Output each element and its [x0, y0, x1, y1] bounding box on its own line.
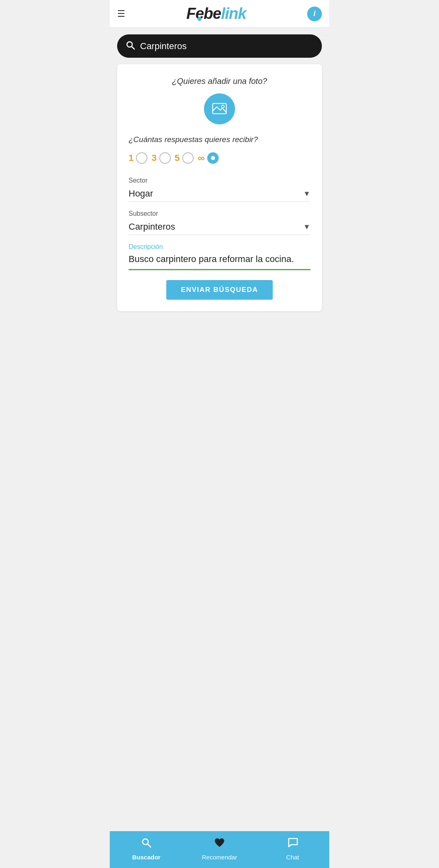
radio-item-inf: ∞ [198, 152, 219, 164]
header: ☰ F e be link i [110, 0, 329, 28]
sector-label: Sector [129, 177, 310, 184]
main-card: ¿Quieres añadir una foto? ¿Cuántas respu… [117, 64, 322, 311]
radio-label-inf: ∞ [198, 152, 205, 164]
radio-button-1[interactable] [136, 152, 147, 164]
subsector-select[interactable]: Carpinteros ▼ [129, 219, 310, 235]
radio-label-5: 5 [175, 153, 180, 163]
svg-line-1 [132, 47, 135, 50]
radio-button-5[interactable] [182, 152, 194, 164]
description-label: Descripción [129, 243, 310, 251]
search-input[interactable] [140, 41, 314, 52]
logo-dot [197, 17, 201, 21]
photo-button-wrapper [129, 93, 310, 124]
subsector-label: Subsector [129, 210, 310, 217]
search-icon [125, 40, 135, 52]
description-value[interactable]: Busco carpintero para reformar la cocina… [129, 253, 310, 270]
responses-radio-group: 1 3 5 ∞ [129, 152, 310, 164]
search-bar[interactable] [117, 34, 322, 58]
sector-select[interactable]: Hogar ▼ [129, 186, 310, 202]
radio-button-3[interactable] [159, 152, 171, 164]
logo-fe-text: F [186, 5, 195, 23]
subsector-chevron-icon: ▼ [303, 223, 310, 231]
add-photo-button[interactable] [204, 93, 235, 124]
radio-button-inf[interactable] [207, 152, 219, 164]
description-field: Descripción Busco carpintero para reform… [129, 243, 310, 270]
submit-button[interactable]: ENVIAR BÚSQUEDA [166, 280, 273, 300]
radio-label-3: 3 [152, 153, 156, 163]
sector-field: Sector Hogar ▼ [129, 177, 310, 202]
radio-label-1: 1 [129, 153, 134, 163]
sector-value: Hogar [129, 188, 153, 199]
info-label: i [313, 9, 315, 18]
logo-link-text: link [221, 5, 246, 23]
search-bar-wrapper [110, 28, 329, 64]
menu-icon[interactable]: ☰ [117, 9, 125, 18]
subsector-value: Carpinteros [129, 222, 175, 232]
subsector-field: Subsector Carpinteros ▼ [129, 210, 310, 235]
radio-item-1: 1 [129, 152, 147, 164]
bottom-spacer [110, 319, 329, 351]
logo-be-text: be [204, 5, 221, 23]
info-button[interactable]: i [307, 7, 322, 21]
svg-point-3 [222, 105, 224, 108]
sector-chevron-icon: ▼ [303, 190, 310, 198]
photo-icon [211, 101, 228, 117]
radio-item-5: 5 [175, 152, 194, 164]
responses-question: ¿Cuántas respuestas quieres recibir? [129, 135, 310, 144]
radio-item-3: 3 [152, 152, 170, 164]
photo-question: ¿Quieres añadir una foto? [129, 77, 310, 86]
logo: F e be link [186, 5, 246, 23]
